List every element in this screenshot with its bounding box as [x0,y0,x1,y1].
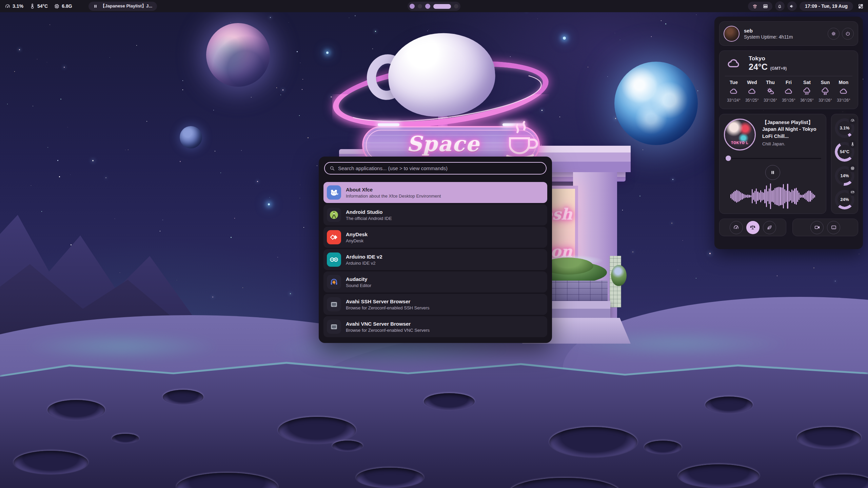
app-icon [327,275,341,289]
forecast-day-name: Sat [803,80,811,85]
track-title: 【Japanese Playlist】 Japan All Night - To… [762,119,821,140]
gauge-icon [849,117,856,124]
weather-timezone: (GMT+9) [770,66,787,71]
forecast-day-temps: 33°/26° [837,98,850,103]
app-list-item[interactable]: Avahi SSH Server Browser Browse for Zero… [323,294,547,315]
forecast-day-icon [748,87,756,96]
power-profile-icon [766,224,772,230]
forecast-day-temps: 33°/24° [727,98,741,103]
forecast-day-name: Mon [839,80,849,85]
dashboard-button[interactable] [856,1,865,11]
power-profile-icon [733,224,739,230]
app-icon [327,208,341,222]
weather-condition-icon [724,57,743,71]
bell-icon [777,4,782,9]
app-icon [327,297,341,311]
system-gauges-card: 3.1% 54°C 14% 24% [831,114,858,214]
stat-item: 54°C [29,3,48,9]
app-list-item[interactable]: Avahi VNC Server Browser Browse for Zero… [323,316,547,337]
forecast-day: Thu 33°/26° [762,80,779,103]
play-pause-button[interactable] [765,165,780,180]
system-gauge: 54°C [835,142,854,162]
app-name: AnyDesk [346,231,368,238]
system-gauge: 3.1% [835,118,854,138]
forecast-day-icon [729,87,738,96]
volume-button[interactable] [787,1,797,11]
search-bar[interactable] [324,162,547,175]
capture-icon [814,224,820,230]
power-button[interactable] [842,28,854,40]
notifications-button[interactable] [775,1,785,11]
power-profile-button[interactable] [730,221,743,234]
forecast-day-temps: 33°/26° [818,98,832,103]
gauge-icon [849,188,856,196]
forecast-day-icon [766,87,775,96]
desktop: esh oon ans Space Coffee [0,0,868,488]
gauge-icon [849,164,856,172]
app-icon [327,320,341,334]
capture-button[interactable] [827,221,840,234]
earth-planet [614,62,698,145]
app-name: Avahi SSH Server Browser [346,298,429,305]
power-profile-button[interactable] [763,221,776,234]
app-list-item[interactable]: Arduino IDE v2 Arduino IDE v2 [323,249,547,270]
app-name: About Xfce [346,186,441,194]
system-gauge: 14% [835,166,854,186]
seek-slider[interactable] [724,156,821,161]
clock[interactable]: 17:09 - Tue, 19 Aug [800,2,853,11]
forecast-day: Wed 35°/25° [743,80,761,103]
workspace-dot[interactable] [454,4,458,8]
workspace-dot[interactable] [425,4,430,9]
app-name: Arduino IDE v2 [346,253,382,261]
forecast-day-temps: 33°/26° [764,98,777,103]
forecast-day-icon [784,87,793,96]
weather-city: Tokyo [749,56,787,62]
capture-card [792,219,858,236]
forecast-day-temps: 36°/26° [800,98,814,103]
system-tray[interactable] [748,2,772,11]
crater-field [0,359,868,488]
workspace-dot[interactable] [433,4,451,9]
forecast-day-temps: 35°/25° [745,98,759,103]
workspace-dot[interactable] [410,4,415,9]
gear-icon [831,31,836,37]
forecast-day-icon [821,87,830,96]
app-list: About Xfce Information about the Xfce De… [323,182,547,337]
app-list-item[interactable]: About Xfce Information about the Xfce De… [323,182,547,203]
image-tray-icon[interactable] [763,3,768,9]
stat-icon [5,3,11,9]
weather-temperature: 24°C [749,62,768,72]
dashboard-icon [858,3,864,9]
forecast-day-name: Wed [747,80,757,85]
capture-button[interactable] [810,221,824,234]
power-icon [845,31,851,37]
paw-tray-icon[interactable] [752,3,758,9]
forecast-day: Fri 35°/26° [780,80,797,103]
app-name: Avahi VNC Server Browser [346,320,430,328]
workspace-dot[interactable] [418,4,422,8]
app-launcher: About Xfce Information about the Xfce De… [319,157,552,343]
power-profile-icon [750,224,756,230]
system-gauge: 24% [835,190,854,209]
app-list-item[interactable]: AnyDesk AnyDesk [323,227,547,248]
user-card: seb System Uptime: 4h11m [719,21,858,46]
user-name: seb [744,28,793,34]
app-description: The official Android IDE [346,216,392,221]
app-description: Browse for Zeroconf-enabled VNC Servers [346,328,430,333]
stat-icon [29,3,35,9]
power-profile-button[interactable] [746,221,760,234]
app-list-item[interactable]: Audacity Sound Editor [323,271,547,292]
app-name: Audacity [346,276,371,283]
workspace-switcher[interactable] [408,2,460,11]
app-list-item[interactable]: Android Studio The official Android IDE [323,204,547,225]
app-description: Browse for Zeroconf-enabled SSH Servers [346,305,429,311]
settings-button[interactable] [828,28,840,40]
search-input[interactable] [338,165,541,171]
media-pill[interactable]: 【Japanese Playlist】J... [88,2,157,11]
stat-value: 3.1% [13,3,23,9]
seek-thumb[interactable] [726,156,731,161]
audio-waveform [724,183,822,210]
neon-cup-icon [500,118,541,162]
app-icon [327,230,341,244]
app-icon [327,185,341,200]
